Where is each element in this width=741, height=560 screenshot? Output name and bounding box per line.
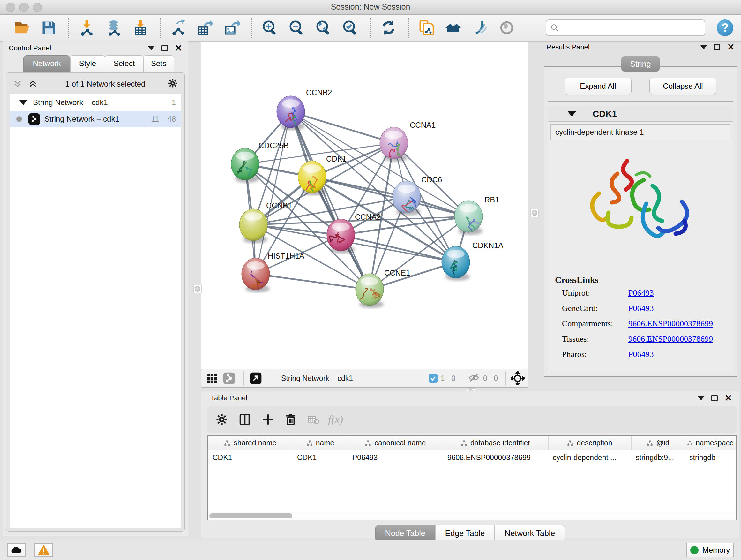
- network-edge-CCNB2-CCNA1[interactable]: [291, 112, 394, 143]
- clone-network-icon[interactable]: [417, 18, 435, 37]
- tab-network[interactable]: Network: [23, 55, 70, 72]
- panel-minimize-icon[interactable]: [700, 45, 707, 50]
- network-row-selected[interactable]: String Network – cdk1 11 48: [10, 111, 181, 127]
- network-node-CCNB1[interactable]: CCNB1: [239, 201, 292, 243]
- warnings-button[interactable]: [35, 543, 53, 557]
- hide-graphics-details-icon[interactable]: [471, 18, 489, 37]
- table-cell[interactable]: CDK1: [208, 450, 293, 465]
- panel-float-icon[interactable]: [161, 45, 168, 51]
- table-row[interactable]: CDK1CDK1P064939606.ENSP00000378699cyclin…: [208, 450, 736, 465]
- tab-string[interactable]: String: [621, 56, 660, 71]
- import-network-file-icon[interactable]: [77, 18, 96, 37]
- panel-minimize-icon[interactable]: [698, 396, 704, 400]
- table-cell[interactable]: stringdb:9...: [631, 450, 685, 465]
- open-in-new-window-icon[interactable]: [248, 371, 263, 386]
- birdseye-grid-icon[interactable]: [205, 371, 219, 386]
- import-table-icon[interactable]: [131, 18, 150, 37]
- network-edge-HIST1H1A-CCNE1[interactable]: [256, 274, 369, 290]
- export-network-icon[interactable]: [169, 18, 188, 37]
- crosslink-link[interactable]: 9606.ENSP00000378699: [628, 319, 713, 328]
- column-header-namespace[interactable]: namespace: [685, 436, 736, 450]
- zoom-fit-icon[interactable]: [314, 18, 333, 37]
- tab-sets[interactable]: Sets: [143, 55, 174, 72]
- panel-close-icon[interactable]: ✕: [175, 45, 182, 51]
- toolbar-divider: [244, 371, 244, 385]
- table-cell[interactable]: cyclin-dependent ...: [548, 450, 631, 465]
- column-header-canonical-name[interactable]: canonical name: [348, 436, 443, 450]
- network-node-CDKN1A[interactable]: CDKN1A: [442, 241, 503, 281]
- scrollbar-thumb[interactable]: [209, 513, 292, 518]
- network-view-canvas[interactable]: CCNB2CCNA1CDC25BCDK1CDC6RB1CCNB1CCNA2CDK…: [201, 42, 529, 369]
- panel-close-icon[interactable]: ✕: [727, 44, 735, 51]
- gene-collapse-caret-icon[interactable]: [568, 111, 576, 117]
- column-header-database-identifier[interactable]: database identifier: [443, 436, 548, 450]
- export-image-icon[interactable]: [223, 18, 241, 37]
- crosslink-link[interactable]: 9606.ENSP00000378699: [628, 334, 713, 344]
- search-field[interactable]: [562, 23, 701, 32]
- save-session-icon[interactable]: [40, 18, 58, 37]
- panel-close-icon[interactable]: ✕: [725, 395, 732, 401]
- tab-style[interactable]: Style: [70, 55, 105, 72]
- memory-button[interactable]: Memory: [686, 543, 734, 557]
- network-edge-CDK1-RB1[interactable]: [312, 177, 468, 216]
- gene-section-header[interactable]: CDK1: [548, 106, 733, 122]
- tab-select[interactable]: Select: [105, 55, 143, 72]
- table-cell[interactable]: stringdb: [685, 450, 736, 465]
- zoom-in-icon[interactable]: [261, 18, 279, 37]
- search-input[interactable]: [546, 19, 705, 36]
- show-graphics-details-icon[interactable]: [497, 18, 516, 37]
- panel-minimize-icon[interactable]: [148, 46, 154, 51]
- crosslink-link[interactable]: P06493: [628, 304, 654, 313]
- expand-all-networks-icon[interactable]: [28, 79, 38, 89]
- table-cell[interactable]: P06493: [348, 450, 443, 465]
- fit-selected-crosshair-icon[interactable]: [510, 371, 525, 386]
- network-options-gear-icon[interactable]: [167, 78, 178, 90]
- network-edge-CCNB2-CCNE1[interactable]: [291, 112, 369, 290]
- network-node-CCNA1[interactable]: CCNA1: [380, 121, 435, 164]
- selected-nodes-checkbox-icon[interactable]: [428, 374, 437, 383]
- function-builder-icon[interactable]: f(x): [328, 414, 343, 426]
- crosslink-link[interactable]: P06493: [628, 288, 654, 298]
- tab-node-table[interactable]: Node Table: [375, 525, 435, 542]
- network-graph[interactable]: CCNB2CCNA1CDC25BCDK1CDC6RB1CCNB1CCNA2CDK…: [201, 42, 528, 369]
- string-view-icon[interactable]: [222, 371, 237, 386]
- column-header-description[interactable]: description: [548, 436, 631, 450]
- collapse-all-button[interactable]: Collapse All: [650, 78, 717, 95]
- network-node-CCNE1[interactable]: CCNE1: [355, 268, 410, 311]
- network-node-CDC6[interactable]: CDC6: [393, 175, 442, 215]
- zoom-selected-icon[interactable]: [341, 18, 360, 37]
- cloud-button[interactable]: [7, 543, 25, 557]
- network-collection-row[interactable]: String Network – cdk1 1: [10, 94, 181, 111]
- table-horizontal-scrollbar[interactable]: [207, 512, 737, 520]
- tab-edge-table[interactable]: Edge Table: [435, 525, 495, 542]
- right-splitter-grip[interactable]: [530, 209, 539, 217]
- column-header-name[interactable]: name: [293, 436, 348, 450]
- network-node-RB1[interactable]: RB1: [455, 195, 499, 236]
- table-cell[interactable]: 9606.ENSP00000378699: [443, 450, 548, 465]
- panel-float-icon[interactable]: [711, 395, 718, 401]
- export-table-icon[interactable]: [196, 18, 214, 37]
- expand-all-button[interactable]: Expand All: [564, 78, 631, 95]
- column-header--id[interactable]: @id: [631, 436, 685, 450]
- open-session-icon[interactable]: [13, 18, 31, 37]
- table-options-gear-icon[interactable]: [213, 411, 230, 428]
- delete-table-icon[interactable]: [305, 411, 322, 428]
- refresh-icon[interactable]: [379, 18, 398, 37]
- import-network-database-icon[interactable]: [105, 18, 123, 37]
- show-columns-icon[interactable]: [236, 411, 253, 428]
- network-node-HIST1H1A[interactable]: HIST1H1A: [242, 252, 305, 293]
- collapse-all-networks-icon[interactable]: [13, 79, 22, 89]
- add-column-icon[interactable]: [259, 411, 276, 428]
- zoom-out-icon[interactable]: [287, 18, 306, 37]
- welcome-screen-icon[interactable]: [444, 18, 462, 37]
- column-header-shared-name[interactable]: shared name: [208, 436, 293, 450]
- table-cell[interactable]: CDK1: [293, 450, 348, 465]
- left-splitter-grip[interactable]: [193, 285, 202, 293]
- panel-float-icon[interactable]: [714, 44, 720, 51]
- help-button[interactable]: ?: [717, 19, 733, 36]
- tree-expand-caret-icon[interactable]: [19, 100, 27, 105]
- crosslink-link[interactable]: P06493: [628, 350, 654, 359]
- results-panel-title: Results Panel: [546, 43, 590, 51]
- delete-column-trash-icon[interactable]: [282, 411, 299, 428]
- tab-network-table[interactable]: Network Table: [495, 525, 565, 542]
